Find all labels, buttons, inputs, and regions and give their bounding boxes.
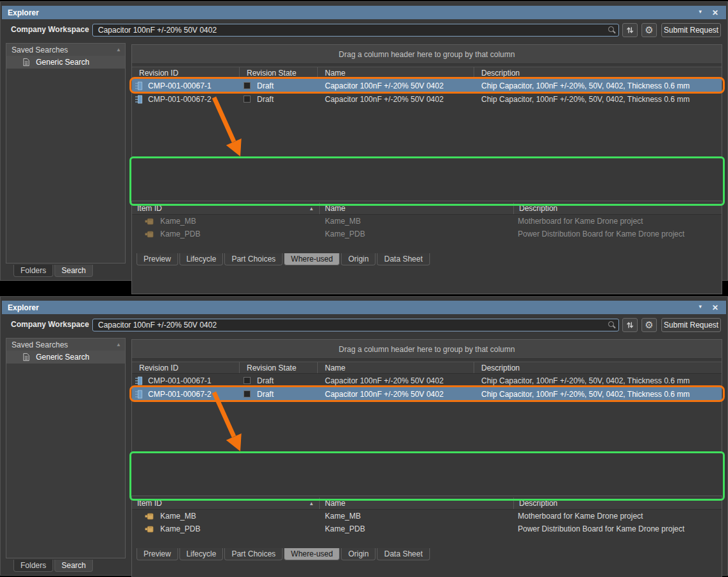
tab-part-choices[interactable]: Part Choices — [224, 253, 283, 265]
component-row[interactable]: CMP-001-00067-2 Draft Capacitor 100nF +/… — [132, 387, 722, 401]
component-icon — [135, 95, 144, 104]
where-used-row[interactable]: Kame_PDB Kame_PDB Power Distribution Boa… — [132, 523, 722, 535]
item-description: Motherboard for Kame Drone project — [514, 510, 722, 523]
tab-where-used[interactable]: Where-used — [284, 253, 340, 265]
tab-part-choices[interactable]: Part Choices — [224, 548, 283, 560]
tab-data-sheet[interactable]: Data Sheet — [377, 253, 429, 265]
tab-preview[interactable]: Preview — [136, 253, 178, 265]
panel-title: Explorer — [2, 303, 39, 312]
tab-where-used[interactable]: Where-used — [284, 548, 340, 560]
component-row[interactable]: CMP-001-00067-1 Draft Capacitor 100nF +/… — [132, 79, 722, 92]
revision-id: CMP-001-00067-1 — [148, 81, 211, 90]
column-item-name[interactable]: Name — [320, 498, 514, 509]
search-icon[interactable] — [608, 321, 614, 327]
column-item-id[interactable]: Item ID▲ — [132, 203, 320, 214]
where-used-panel: Item ID▲ Name Description Kame_MB Kame_M… — [131, 496, 722, 577]
column-description[interactable]: Description — [474, 67, 722, 78]
results-grid: Drag a column header here to group by th… — [131, 339, 722, 452]
column-name[interactable]: Name — [318, 362, 474, 373]
document-icon — [22, 58, 30, 67]
sidebar-item-generic-search[interactable]: Generic Search — [6, 351, 125, 364]
revision-state-checkbox[interactable] — [244, 390, 251, 397]
submit-request-button[interactable]: Submit Request — [661, 23, 721, 37]
collapse-icon[interactable]: ▲ — [116, 47, 121, 53]
explorer-panel-top: Explorer ▾ ✕ Company Workspace▼ ⚙ Submit… — [0, 1, 728, 281]
item-id: Kame_PDB — [160, 230, 201, 238]
results-rows: CMP-001-00067-1 Draft Capacitor 100nF +/… — [132, 374, 722, 401]
close-icon[interactable]: ✕ — [712, 8, 718, 17]
column-description[interactable]: Description — [474, 362, 722, 373]
revision-state: Draft — [257, 376, 274, 385]
aspect-tabs: Preview Lifecycle Part Choices Where-use… — [136, 548, 430, 560]
saved-searches-header[interactable]: Saved Searches ▲ — [6, 44, 125, 56]
settings-button[interactable]: ⚙ — [641, 318, 657, 332]
tab-preview[interactable]: Preview — [136, 548, 178, 560]
collapse-icon[interactable]: ▲ — [116, 342, 121, 347]
tab-folders[interactable]: Folders — [13, 265, 53, 277]
item-icon — [145, 524, 154, 533]
panel-menu-icon[interactable]: ▾ — [699, 303, 702, 312]
column-item-description[interactable]: Description — [514, 203, 722, 214]
revision-state-checkbox[interactable] — [244, 82, 251, 89]
revision-state-checkbox[interactable] — [244, 377, 251, 384]
column-item-id[interactable]: Item ID▲ — [132, 498, 320, 509]
where-used-rows: Kame_MB Kame_MB Motherboard for Kame Dro… — [132, 215, 722, 240]
group-by-band[interactable]: Drag a column header here to group by th… — [132, 340, 722, 359]
results-column-header: Revision ID Revision State Name Descript… — [132, 362, 722, 374]
tab-lifecycle[interactable]: Lifecycle — [179, 253, 224, 265]
revision-state: Draft — [257, 390, 274, 399]
column-revision-id[interactable]: Revision ID — [132, 67, 240, 78]
search-input[interactable] — [92, 319, 619, 331]
tab-search[interactable]: Search — [54, 560, 93, 572]
component-row[interactable]: CMP-001-00067-2 Draft Capacitor 100nF +/… — [132, 92, 722, 106]
workspace-dropdown[interactable]: Company Workspace▼ — [11, 320, 97, 329]
sync-button[interactable] — [622, 23, 638, 37]
tab-folders[interactable]: Folders — [13, 560, 53, 572]
workspace-dropdown[interactable]: Company Workspace▼ — [11, 25, 97, 34]
tab-data-sheet[interactable]: Data Sheet — [377, 548, 429, 560]
group-by-band[interactable]: Drag a column header here to group by th… — [132, 45, 722, 64]
aspect-tabs: Preview Lifecycle Part Choices Where-use… — [136, 253, 430, 265]
column-item-description[interactable]: Description — [514, 498, 722, 509]
column-item-name[interactable]: Name — [320, 203, 514, 214]
panel-titlebar: Explorer ▾ ✕ — [2, 6, 726, 19]
where-used-rows: Kame_MB Kame_MB Motherboard for Kame Dro… — [132, 510, 722, 535]
tab-origin[interactable]: Origin — [341, 253, 376, 265]
where-used-row[interactable]: Kame_PDB Kame_PDB Power Distribution Boa… — [132, 228, 722, 240]
where-used-row[interactable]: Kame_MB Kame_MB Motherboard for Kame Dro… — [132, 510, 722, 523]
settings-button[interactable]: ⚙ — [641, 23, 657, 37]
item-description: Power Distribution Board for Kame Drone … — [514, 523, 722, 535]
close-icon[interactable]: ✕ — [712, 303, 718, 312]
revision-state-checkbox[interactable] — [244, 96, 251, 103]
revision-id: CMP-001-00067-1 — [148, 376, 211, 385]
where-used-row[interactable]: Kame_MB Kame_MB Motherboard for Kame Dro… — [132, 215, 722, 228]
revision-id: CMP-001-00067-2 — [148, 95, 211, 104]
search-results-area: Drag a column header here to group by th… — [131, 339, 722, 575]
saved-searches-header[interactable]: Saved Searches ▲ — [6, 339, 125, 351]
column-revision-state[interactable]: Revision State — [240, 67, 318, 78]
item-icon — [145, 512, 154, 521]
tab-search[interactable]: Search — [54, 265, 93, 277]
item-description: Power Distribution Board for Kame Drone … — [514, 228, 722, 240]
results-grid: Drag a column header here to group by th… — [131, 44, 722, 157]
submit-request-button[interactable]: Submit Request — [661, 318, 721, 332]
search-input[interactable] — [92, 24, 619, 37]
column-revision-state[interactable]: Revision State — [240, 362, 318, 373]
item-id: Kame_MB — [160, 217, 196, 226]
item-icon — [145, 230, 154, 238]
component-name: Capacitor 100nF +/-20% 50V 0402 — [318, 92, 474, 106]
tab-lifecycle[interactable]: Lifecycle — [179, 548, 224, 560]
tab-origin[interactable]: Origin — [341, 548, 376, 560]
search-icon[interactable] — [608, 26, 614, 32]
sidebar-item-generic-search[interactable]: Generic Search — [6, 56, 125, 69]
revision-state: Draft — [257, 95, 274, 104]
sync-button[interactable] — [622, 318, 638, 332]
sync-arrows-icon — [625, 26, 634, 35]
column-name[interactable]: Name — [318, 67, 474, 78]
component-name: Capacitor 100nF +/-20% 50V 0402 — [318, 374, 474, 387]
panel-menu-icon[interactable]: ▾ — [699, 8, 702, 17]
component-row[interactable]: CMP-001-00067-1 Draft Capacitor 100nF +/… — [132, 374, 722, 387]
item-id: Kame_MB — [160, 512, 196, 521]
gear-icon: ⚙ — [645, 24, 653, 36]
column-revision-id[interactable]: Revision ID — [132, 362, 240, 373]
